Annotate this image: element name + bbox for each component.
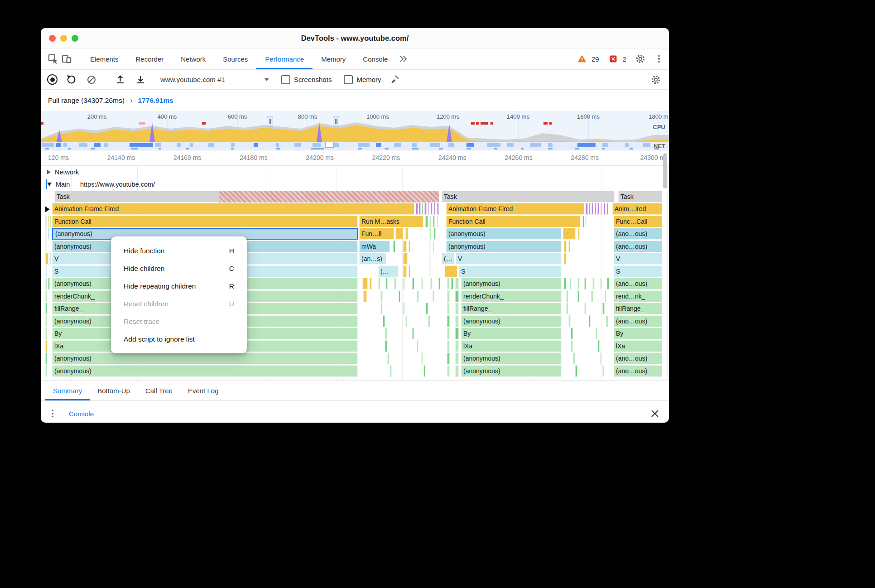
vertical-scrollbar-thumb[interactable] bbox=[663, 153, 667, 188]
reload-and-record-icon[interactable] bbox=[64, 73, 78, 87]
flame-frame-ano-ous[interactable]: (ano…ous) bbox=[614, 228, 662, 240]
history-select[interactable]: www.youtube.com #1 bbox=[160, 76, 269, 83]
errors-count[interactable]: 2 bbox=[606, 52, 626, 66]
flame-frame-an-s[interactable]: (an…s) bbox=[359, 253, 386, 265]
flame-frame-ano-ous[interactable]: (ano…ous) bbox=[614, 315, 662, 327]
flame-frame-fillrange[interactable]: fillRange_ bbox=[461, 303, 562, 314]
zoom-window-button[interactable] bbox=[72, 35, 78, 42]
flame-sliver bbox=[455, 328, 459, 339]
timeline-overview[interactable]: 200 ms400 ms600 ms800 ms1000 ms1200 ms14… bbox=[41, 111, 669, 150]
upload-profile-icon[interactable] bbox=[113, 73, 127, 87]
flame-frame-fillrange[interactable]: fillRange_ bbox=[614, 303, 662, 314]
flame-frame-[interactable]: (… bbox=[378, 265, 399, 277]
collect-garbage-icon[interactable] bbox=[388, 73, 402, 87]
screenshots-checkbox-row[interactable]: Screenshots bbox=[281, 75, 332, 84]
flame-frame-task[interactable]: Task bbox=[618, 191, 662, 202]
tab-memory[interactable]: Memory bbox=[312, 48, 354, 69]
tab-elements[interactable]: Elements bbox=[82, 48, 127, 69]
selection-handle-right[interactable] bbox=[333, 116, 339, 127]
network-request-bar bbox=[625, 143, 629, 147]
download-profile-icon[interactable] bbox=[134, 73, 147, 87]
flame-frame-fun-ll[interactable]: Fun…ll bbox=[359, 228, 394, 240]
drawer-kebab-menu-icon[interactable] bbox=[48, 410, 57, 418]
flame-frame-by[interactable]: By bbox=[614, 328, 662, 339]
selected-range-crumb[interactable]: 1776.91ms bbox=[138, 96, 173, 105]
kebab-menu-icon[interactable] bbox=[654, 55, 663, 63]
flame-frame-func-call[interactable]: Func…Call bbox=[614, 216, 662, 227]
flame-frame-v[interactable]: V bbox=[456, 253, 562, 265]
flame-frame-lxa[interactable]: lXa bbox=[614, 340, 662, 352]
collapsed-triangle-icon[interactable] bbox=[47, 170, 51, 174]
screenshots-checkbox[interactable] bbox=[281, 75, 290, 84]
tab-network[interactable]: Network bbox=[172, 48, 214, 69]
close-drawer-icon[interactable] bbox=[648, 407, 662, 420]
flame-frame-anonymous[interactable]: (anonymous) bbox=[461, 352, 562, 364]
flame-frame-animation-frame-fired[interactable]: Animation Frame Fired bbox=[446, 203, 584, 215]
flame-frame-by[interactable]: By bbox=[461, 328, 562, 339]
flame-frame-anonymous[interactable]: (anonymous) bbox=[446, 228, 562, 240]
bottom-tab-bottom-up[interactable]: Bottom-Up bbox=[90, 381, 138, 400]
flame-frame-[interactable]: (… bbox=[442, 253, 454, 265]
tab-performance[interactable]: Performance bbox=[256, 48, 312, 69]
bottom-tab-event-log[interactable]: Event Log bbox=[180, 381, 226, 400]
flame-frame-renderchunk[interactable]: renderChunk_ bbox=[461, 290, 562, 302]
flame-frame-anim-ired[interactable]: Anim…ired bbox=[612, 203, 662, 215]
capture-settings-gear-icon[interactable] bbox=[649, 73, 663, 87]
flame-frame-function-call[interactable]: Function Call bbox=[446, 216, 581, 227]
flame-frame-anonymous[interactable]: (anonymous) bbox=[461, 365, 562, 377]
device-toolbar-icon[interactable] bbox=[60, 52, 73, 66]
record-button[interactable] bbox=[47, 74, 58, 85]
main-track-header[interactable]: Main — https://www.youtube.com/ bbox=[41, 178, 662, 190]
flame-frame-function-call[interactable]: Function Call bbox=[52, 216, 358, 227]
flame-frame-animation-frame-fired[interactable]: Animation Frame Fired bbox=[52, 203, 414, 215]
warnings-count[interactable]: 29 bbox=[575, 52, 599, 66]
flame-frame-anonymous[interactable]: (anonymous) bbox=[461, 315, 562, 327]
flame-frame-mwa[interactable]: mWa bbox=[359, 241, 390, 252]
tab-recorder[interactable]: Recorder bbox=[127, 48, 173, 69]
flame-frame-s[interactable]: S bbox=[459, 265, 562, 277]
flame-frame-anonymous[interactable]: (anonymous) bbox=[446, 241, 562, 252]
more-panels-chevron-icon[interactable] bbox=[396, 52, 410, 66]
settings-gear-icon[interactable] bbox=[634, 52, 647, 66]
flame-sliver bbox=[447, 303, 450, 314]
memory-checkbox[interactable] bbox=[344, 75, 353, 84]
flame-frame-anonymous[interactable]: (anonymous) bbox=[52, 365, 358, 377]
network-track-header[interactable]: Network bbox=[41, 166, 662, 178]
tab-sources[interactable]: Sources bbox=[214, 48, 256, 69]
long-task-marker bbox=[549, 122, 552, 125]
memory-checkbox-row[interactable]: Memory bbox=[344, 75, 381, 84]
network-request-bar bbox=[155, 143, 161, 147]
context-menu-item-hide-children[interactable]: Hide childrenC bbox=[111, 260, 247, 277]
flame-sliver bbox=[586, 203, 588, 215]
inspect-element-icon[interactable] bbox=[46, 52, 60, 66]
selection-handle-left[interactable] bbox=[267, 116, 273, 127]
flame-frame-ano-ous[interactable]: (ano…ous) bbox=[614, 241, 662, 252]
flame-sliver bbox=[564, 241, 567, 252]
clear-recording-icon[interactable] bbox=[85, 73, 98, 87]
expanded-triangle-icon[interactable] bbox=[47, 183, 52, 186]
context-menu-item-hide-function[interactable]: Hide functionH bbox=[111, 242, 247, 260]
full-range-crumb[interactable]: Full range (34307.26ms) bbox=[48, 96, 125, 105]
flame-frame-v[interactable]: V bbox=[614, 253, 662, 265]
flame-frame-run-m-asks[interactable]: Run M…asks bbox=[359, 216, 423, 227]
bottom-tab-call-tree[interactable]: Call Tree bbox=[138, 381, 180, 400]
flame-frame-ano-ous[interactable]: (ano…ous) bbox=[614, 278, 662, 289]
flame-frame-task[interactable]: Task bbox=[442, 191, 615, 202]
tab-console[interactable]: Console bbox=[354, 48, 396, 69]
flame-frame-anonymous[interactable]: (anonymous) bbox=[52, 352, 358, 364]
context-menu-item-add-script-to-ignore-list[interactable]: Add script to ignore list bbox=[111, 330, 247, 348]
flame-frame-s[interactable]: S bbox=[614, 265, 662, 277]
flame-frame-ano-ous[interactable]: (ano…ous) bbox=[614, 352, 662, 364]
frame-label: (anonymous) bbox=[53, 230, 95, 237]
flame-frame-ano-ous[interactable]: (ano…ous) bbox=[614, 365, 662, 377]
minimize-window-button[interactable] bbox=[60, 35, 67, 42]
flame-sliver bbox=[592, 278, 595, 289]
flame-frame-anonymous[interactable]: (anonymous) bbox=[461, 278, 562, 289]
flame-frame-rend-nk[interactable]: rend…nk_ bbox=[614, 290, 662, 302]
drawer-tab-console[interactable]: Console bbox=[67, 401, 96, 423]
flame-sliver bbox=[447, 290, 450, 302]
context-menu-item-hide-repeating-children[interactable]: Hide repeating childrenR bbox=[111, 277, 247, 295]
flame-frame-lxa[interactable]: lXa bbox=[461, 340, 562, 352]
close-window-button[interactable] bbox=[49, 35, 56, 42]
bottom-tab-summary[interactable]: Summary bbox=[45, 381, 90, 400]
